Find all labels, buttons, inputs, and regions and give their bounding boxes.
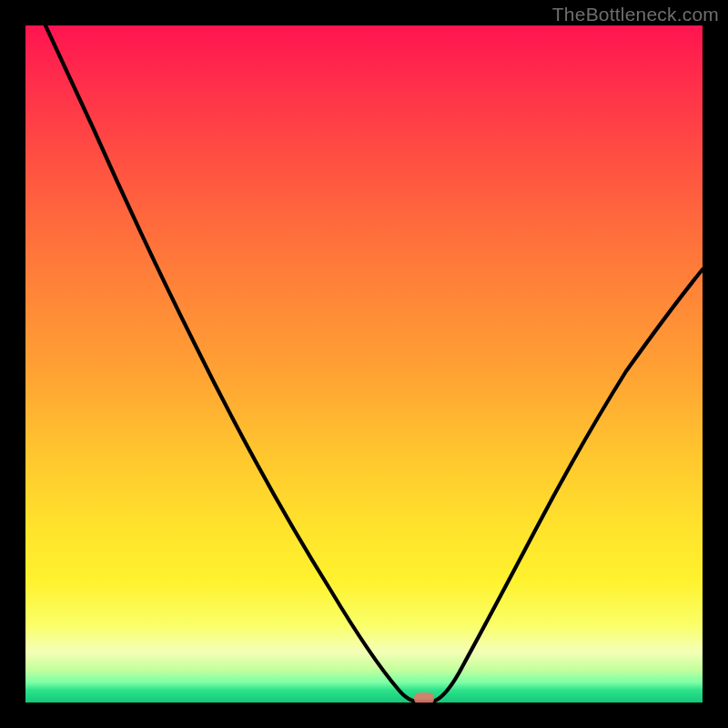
- bottleneck-curve: [46, 25, 703, 702]
- watermark-text: TheBottleneck.com: [552, 4, 719, 25]
- optimal-point-marker: [414, 693, 434, 703]
- chart-frame: TheBottleneck.com: [0, 0, 728, 728]
- plot-area: [25, 25, 703, 703]
- curve-layer: [25, 25, 703, 703]
